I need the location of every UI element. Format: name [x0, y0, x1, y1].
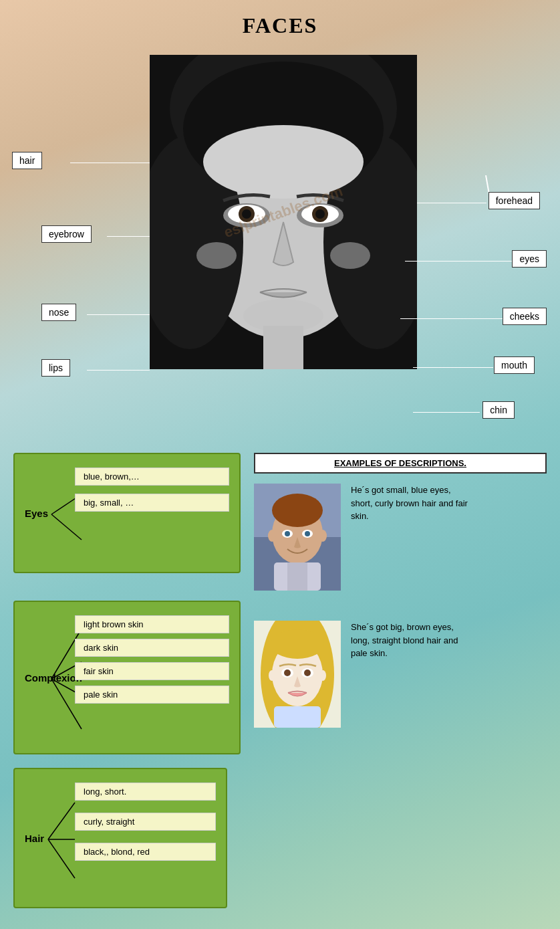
examples-section: EXAMPLES OF DESCRIPTIONS.	[254, 453, 547, 591]
woman-example: She´s got big, brown eyes, long, straigh…	[254, 621, 471, 728]
eyes-item-1: big, small, …	[75, 494, 229, 512]
svg-line-50	[48, 839, 75, 878]
svg-line-20	[51, 514, 82, 540]
examples-title: EXAMPLES OF DESCRIPTIONS.	[254, 453, 547, 474]
complexion-item-2: fair skin	[75, 662, 229, 680]
eyes-mindmap: Eyes blue, brown,… big, small, …	[13, 453, 241, 573]
man-example: He´s got small, blue eyes, short, curly …	[254, 484, 547, 591]
man-photo	[254, 484, 341, 591]
svg-point-6	[203, 125, 364, 199]
eyes-item-0: blue, brown,…	[75, 468, 229, 486]
chin-label: chin	[482, 401, 515, 419]
svg-point-31	[268, 530, 276, 542]
page-title: FACES	[0, 0, 560, 48]
complexion-item-3: pale skin	[75, 686, 229, 704]
hair-mindmap: Hair long, short. curly, straight black,…	[13, 768, 227, 908]
svg-line-48	[48, 803, 75, 839]
svg-rect-45	[274, 706, 321, 728]
svg-point-29	[285, 531, 290, 536]
face-photo: eslprintables.com	[150, 55, 417, 369]
svg-point-15	[196, 242, 237, 269]
forehead-label: forehead	[488, 192, 540, 209]
cheeks-label: cheeks	[503, 308, 547, 325]
face-section: eslprintables.com hair eyebrow nose lips…	[0, 48, 560, 443]
svg-rect-26	[287, 562, 307, 591]
complexion-item-1: dark skin	[75, 639, 229, 657]
woman-description-text: She´s got big, brown eyes, long, straigh…	[351, 621, 471, 660]
complexion-item-0: light brown skin	[75, 615, 229, 633]
eyes-category-label: Eyes	[25, 508, 48, 519]
svg-point-32	[319, 530, 327, 542]
svg-point-24	[272, 494, 323, 527]
nose-label: nose	[41, 304, 76, 321]
hair-item-1: curly, straight	[75, 813, 216, 831]
svg-point-14	[315, 209, 325, 219]
hair-item-0: long, short.	[75, 783, 216, 801]
svg-point-30	[305, 531, 310, 536]
svg-point-40	[271, 629, 324, 659]
complexion-mindmap: Complexion light brown skin dark skin fa…	[13, 601, 241, 754]
hair-category-label: Hair	[25, 833, 44, 844]
svg-point-47	[319, 670, 326, 681]
svg-point-44	[304, 669, 311, 676]
svg-point-16	[330, 242, 370, 269]
man-description-text: He´s got small, blue eyes, short, curly …	[351, 484, 471, 523]
eyebrow-label: eyebrow	[41, 225, 92, 243]
svg-rect-18	[263, 326, 303, 369]
hair-label: hair	[12, 152, 42, 169]
woman-photo	[254, 621, 341, 728]
hair-item-2: black,, blond, red	[75, 843, 216, 861]
svg-point-43	[284, 669, 291, 676]
lips-label: lips	[41, 359, 70, 377]
mouth-label: mouth	[494, 356, 535, 374]
complexion-category-label: Complexion	[25, 672, 82, 684]
eyes-label: eyes	[512, 250, 547, 268]
svg-point-46	[269, 670, 275, 681]
svg-point-13	[242, 209, 251, 219]
